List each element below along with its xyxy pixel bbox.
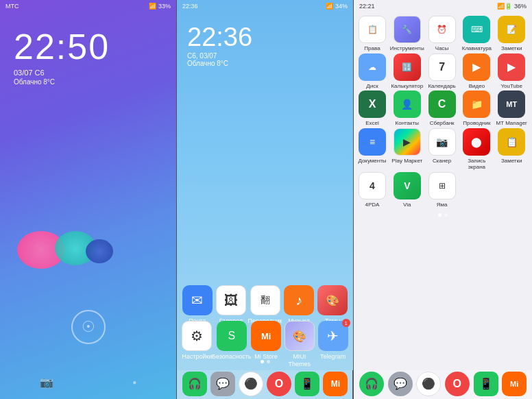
notes2-label: Заметки bbox=[501, 158, 522, 165]
notes1-icon: 📝 bbox=[498, 16, 525, 43]
app-excel[interactable]: X Excel bbox=[356, 90, 388, 127]
status-icons-panel1: 📶 33% bbox=[149, 3, 171, 10]
app-screenrecord[interactable]: ⬤ Запись экрана bbox=[461, 128, 492, 171]
app-settings[interactable]: ⚙ Настройки bbox=[180, 321, 214, 368]
time-display-panel1: 22:50 bbox=[14, 26, 176, 67]
calculator-icon: 🔢 bbox=[394, 53, 421, 81]
mistore-icon: Mi bbox=[251, 321, 281, 351]
app-notes1[interactable]: 📝 Заметки bbox=[496, 16, 527, 52]
dock3-messages[interactable]: 💬 bbox=[386, 372, 415, 398]
app-video[interactable]: ▶ Видео bbox=[461, 53, 492, 90]
app-clock[interactable]: ⏰ Часы bbox=[426, 16, 458, 52]
app-mtmanager[interactable]: MT MT Manager bbox=[496, 90, 527, 127]
sberbank-label: Сбербанк bbox=[430, 120, 455, 127]
dot-2 bbox=[267, 360, 270, 363]
gallery-icon: 🖼 bbox=[216, 285, 246, 315]
time-display-panel2: 22:36 bbox=[187, 23, 353, 52]
dock3-headphones[interactable]: 🎧 bbox=[357, 372, 386, 398]
dock3-whatsapp[interactable]: 📱 bbox=[472, 372, 500, 398]
app-calendar[interactable]: 7 Календарь bbox=[426, 53, 458, 90]
fingerprint-button[interactable]: ☉ bbox=[71, 310, 106, 344]
fingerprint-icon: ☉ bbox=[82, 318, 95, 336]
dock-mi[interactable]: Mi bbox=[322, 372, 350, 398]
app-keyboard[interactable]: ⌨ Клавиатура bbox=[461, 16, 492, 52]
disk-icon: ☁ bbox=[359, 53, 386, 81]
app-scanner[interactable]: 📷 Сканер bbox=[426, 128, 458, 171]
disk-label: Диск bbox=[366, 83, 378, 90]
app-mail[interactable]: ✉ Почта bbox=[180, 285, 214, 325]
filemanager-icon: 📁 bbox=[463, 90, 490, 118]
youtube-label: YouTube bbox=[500, 83, 522, 90]
app-notes2[interactable]: 📋 Заметки bbox=[496, 128, 527, 171]
themes-icon: 🎨 bbox=[317, 285, 348, 315]
yama-label: Яма bbox=[437, 202, 448, 208]
dock-messages[interactable]: 💬 bbox=[208, 372, 237, 398]
app-sberbank[interactable]: С Сбербанк bbox=[426, 90, 458, 127]
app-youtube[interactable]: ▶ YouTube bbox=[496, 53, 527, 90]
yama-icon: ⊞ bbox=[428, 172, 456, 200]
settings-label: Настройки bbox=[182, 353, 212, 361]
app-tools[interactable]: 🔧 Инструменты bbox=[391, 16, 423, 52]
app-grid-row1-panel2: ✉ Почта 🖼 Галерея 翻 Переводчик ♪ Музыка … bbox=[177, 285, 353, 325]
via-label: Via bbox=[403, 202, 411, 208]
clock-area-panel1: 22:50 03/07 С6 Облачно 8°C bbox=[0, 12, 176, 86]
carrier-label: MTC bbox=[5, 3, 19, 10]
dock3-opera[interactable]: O bbox=[443, 372, 472, 398]
keyboard-label: Клавиатура bbox=[462, 45, 492, 52]
sberbank-icon: С bbox=[428, 90, 456, 118]
video-icon: ▶ bbox=[463, 53, 490, 81]
notes2-icon: 📋 bbox=[498, 128, 525, 156]
dock3-mi[interactable]: Mi bbox=[500, 372, 529, 398]
app-contacts[interactable]: 👤 Контакты bbox=[391, 90, 423, 127]
dock3-circle[interactable]: ⚫ bbox=[414, 372, 443, 398]
clock-label: Часы bbox=[435, 45, 449, 52]
page-dots-panel2 bbox=[261, 360, 270, 363]
page-dots-panel3 bbox=[354, 213, 532, 217]
app-music[interactable]: ♪ Музыка bbox=[282, 285, 315, 325]
app-playmarket[interactable]: ▶ Play Маркет bbox=[391, 128, 423, 171]
video-label: Видео bbox=[469, 83, 485, 90]
app-4pda[interactable]: 4 4PDA bbox=[356, 172, 388, 208]
excel-label: Excel bbox=[365, 120, 379, 127]
dock-camera[interactable]: ⚫ bbox=[237, 372, 265, 398]
app-gallery[interactable]: 🖼 Галерея bbox=[214, 285, 247, 325]
time-panel3: 22:21 bbox=[359, 3, 375, 10]
app-telegram[interactable]: ✈ 1 Telegram bbox=[316, 321, 350, 368]
mail-icon: ✉ bbox=[182, 285, 213, 315]
miui-themes-label: MIUI Themes bbox=[283, 353, 317, 368]
camera-icon[interactable]: 📷 bbox=[40, 376, 53, 389]
app-security[interactable]: S Безопасность bbox=[214, 321, 250, 368]
time-small-panel2: 22:36 bbox=[182, 3, 198, 10]
miui-themes-icon: 🎨 bbox=[285, 321, 315, 351]
status-bar-panel1: MTC 📶 33% bbox=[0, 0, 176, 12]
dot-p3-2 bbox=[444, 213, 448, 217]
app-calculator[interactable]: 🔢 Калькулятор bbox=[391, 53, 423, 90]
dot-1 bbox=[261, 360, 264, 363]
telegram-label: Telegram bbox=[320, 353, 346, 361]
dock-headphones[interactable]: 🎧 bbox=[180, 372, 208, 398]
app-miui-themes[interactable]: 🎨 MIUI Themes bbox=[283, 321, 317, 368]
app-translator[interactable]: 翻 Переводчик bbox=[248, 285, 282, 325]
mtmanager-icon: MT bbox=[498, 90, 525, 118]
dot-p3-1 bbox=[438, 213, 442, 217]
security-icon: S bbox=[217, 321, 247, 351]
dock3-opera-icon: O bbox=[445, 372, 470, 396]
blob-darkblue bbox=[86, 239, 113, 263]
dock-opera[interactable]: O bbox=[265, 372, 293, 398]
app-yama[interactable]: ⊞ Яма bbox=[426, 172, 458, 208]
app-via[interactable]: V Via bbox=[391, 172, 423, 208]
date-display-panel1: 03/07 С6 bbox=[14, 69, 176, 77]
app-docs[interactable]: ≡ Документы bbox=[356, 128, 388, 171]
prava-label: Права bbox=[364, 45, 380, 52]
home-screen-panel: 22:36 📶 34% 22:36 С6, 03/07 Облачно 8°C … bbox=[177, 0, 354, 399]
scanner-icon: 📷 bbox=[428, 128, 456, 156]
dock-whatsapp[interactable]: 📱 bbox=[293, 372, 322, 398]
calculator-label: Калькулятор bbox=[391, 83, 423, 90]
app-disk[interactable]: ☁ Диск bbox=[356, 53, 388, 90]
app-filemanager[interactable]: 📁 Проводник bbox=[461, 90, 492, 127]
app-prava[interactable]: 📋 Права bbox=[356, 16, 388, 52]
4pda-label: 4PDA bbox=[365, 202, 380, 208]
opera-icon: O bbox=[267, 372, 291, 396]
calendar-icon: 7 bbox=[428, 53, 456, 81]
status-bar-panel3: 22:21 📶🔋 36% bbox=[354, 0, 532, 12]
